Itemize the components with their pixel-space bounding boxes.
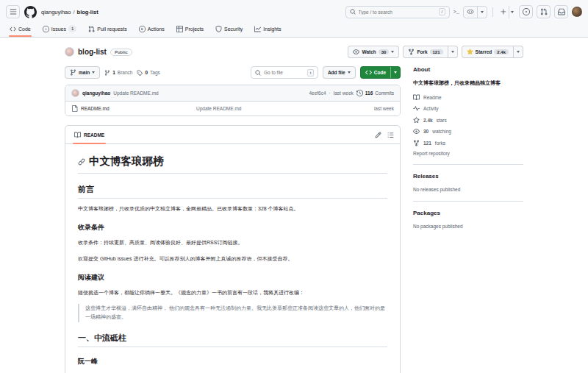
criteria-text: 收录条件：持续更新、高质量、阅读体验良好、最好提供RSS订阅链接。 xyxy=(78,238,387,247)
github-logo[interactable] xyxy=(24,6,37,18)
sidebar-forks-link[interactable]: 121 forks xyxy=(413,140,523,146)
watch-button[interactable]: Watch 30 xyxy=(348,46,399,58)
star-fill-icon xyxy=(467,49,473,55)
code-download-button[interactable]: Code xyxy=(360,66,401,79)
code-toolbar: main 1 Branch 0 Tags t xyxy=(65,65,401,85)
star-button[interactable]: Starred 2.4k xyxy=(462,46,523,58)
branches-count: 1 xyxy=(112,70,115,75)
command-palette-icon[interactable]: >_ xyxy=(453,9,459,15)
sidebar-readme-link[interactable]: Readme xyxy=(413,94,523,101)
repo-title[interactable]: blog-list xyxy=(78,48,107,56)
breadcrumb-repo[interactable]: blog-list xyxy=(77,9,98,15)
readme-tab[interactable]: README xyxy=(71,126,107,143)
repo-nav-tabs: Code Issues 1 Pull requests Actions Proj… xyxy=(6,20,582,37)
releases-heading: Releases xyxy=(413,173,523,180)
issue-opened-icon xyxy=(43,26,49,32)
commit-history-link[interactable]: 116 Commits xyxy=(356,90,394,96)
global-search-input[interactable]: / xyxy=(345,6,450,18)
git-pull-request-icon xyxy=(88,26,95,32)
commit-sha[interactable]: 4eef6c4 xyxy=(309,90,326,96)
tab-label: Security xyxy=(224,26,243,32)
header-divider xyxy=(492,7,493,17)
watching-count: 30 xyxy=(423,129,429,134)
file-commit-message[interactable]: Update README.md xyxy=(196,106,374,111)
repo-description: 中文博客琅琊榜，只收录精品独立博客 xyxy=(413,79,523,88)
add-file-button[interactable]: Add file xyxy=(323,66,356,79)
file-browser: qianguyihao Update README.md 4eef6c4 · l… xyxy=(65,85,401,116)
fork-count: 121 xyxy=(430,49,443,54)
forks-count: 121 xyxy=(423,141,431,146)
packages-empty-text: No packages published xyxy=(413,223,523,230)
sidebar-divider xyxy=(413,201,523,202)
preface-heading: 前言 xyxy=(78,184,387,199)
copilot-button[interactable] xyxy=(463,6,487,18)
create-new-button[interactable] xyxy=(498,6,515,18)
tab-security[interactable]: Security xyxy=(212,23,246,37)
sidebar-item-label: Activity xyxy=(423,106,439,111)
commit-message[interactable]: Update README.md xyxy=(113,90,158,96)
tag-icon xyxy=(137,70,143,76)
book-icon xyxy=(413,94,420,101)
tab-pull-requests[interactable]: Pull requests xyxy=(85,23,130,37)
breadcrumb-owner[interactable]: qianguyihao xyxy=(41,9,71,15)
code-dropdown[interactable] xyxy=(390,67,400,78)
tab-code[interactable]: Code xyxy=(6,23,35,37)
star-label: Starred xyxy=(476,49,492,54)
pencil-icon[interactable] xyxy=(375,132,381,138)
tab-label: Code xyxy=(18,26,31,32)
chevron-down-icon xyxy=(451,51,454,53)
t-key-hint: t xyxy=(307,69,314,77)
breadcrumb-separator: / xyxy=(73,9,74,15)
user-avatar[interactable] xyxy=(572,7,582,17)
commits-count-number: 116 xyxy=(365,90,373,96)
report-repository-link[interactable]: Report repository xyxy=(413,151,523,156)
file-name[interactable]: README.md xyxy=(81,106,110,111)
watch-count: 30 xyxy=(379,49,390,54)
your-pull-requests-button[interactable] xyxy=(537,5,551,18)
go-to-file-input[interactable]: t xyxy=(251,66,318,79)
book-icon xyxy=(74,132,81,138)
chevron-down-icon xyxy=(481,11,484,13)
inbox-button[interactable] xyxy=(554,5,568,18)
advice-text: 随便挑选一个博客，都能让你徜徉一整天。《观念的力量》一书的前言有一段话，我将其进… xyxy=(78,288,387,297)
chevron-down-icon xyxy=(394,71,397,74)
sidebar-item-label: stars xyxy=(437,118,447,123)
star-count: 2.4k xyxy=(494,49,509,54)
tab-actions[interactable]: Actions xyxy=(135,23,168,37)
watch-label: Watch xyxy=(362,49,376,54)
tags-link[interactable]: 0 Tags xyxy=(137,70,159,76)
branch-selector[interactable]: main xyxy=(65,66,100,79)
file-icon xyxy=(71,105,78,112)
commits-count-label: Commits xyxy=(375,90,394,96)
branches-link[interactable]: 1 Branch xyxy=(104,70,132,76)
sidebar-activity-link[interactable]: Activity xyxy=(413,105,523,112)
sidebar-stars-link[interactable]: 2.4k stars xyxy=(413,117,523,124)
file-row-readme[interactable]: README.md Update README.md last week xyxy=(65,102,400,116)
tab-issues[interactable]: Issues 1 xyxy=(39,22,81,37)
tab-insights[interactable]: Insights xyxy=(251,23,284,37)
your-issues-button[interactable] xyxy=(519,5,533,18)
preface-text: 中文博客琅琊榜，只收录优质的中文独立博客，全网最精品。已收录博客数量：328 个… xyxy=(78,205,387,213)
repo-header: blog-list Public Watch 30 Fork 121 Starr… xyxy=(65,38,523,65)
list-unordered-icon[interactable] xyxy=(387,132,394,138)
fork-button[interactable]: Fork 121 xyxy=(403,46,457,58)
sidebar-item-label: forks xyxy=(435,141,445,146)
go-to-file-field[interactable] xyxy=(264,70,302,75)
commit-author[interactable]: qianguyihao xyxy=(82,90,110,96)
star-dropdown[interactable] xyxy=(513,46,523,57)
tab-projects[interactable]: Projects xyxy=(173,23,207,37)
copilot-dropdown[interactable] xyxy=(477,7,487,18)
hamburger-menu-button[interactable] xyxy=(6,5,20,18)
app-header: qianguyihao / blog-list / >_ xyxy=(0,0,588,38)
readme-panel: README 中文博客琅琊榜 前言 中文博客琅琊榜，只收录优质的中文独立博客，全… xyxy=(65,125,401,373)
copilot-icon xyxy=(467,8,474,15)
sidebar-item-label: watching xyxy=(432,129,451,134)
sidebar-watching-link[interactable]: 30 watching xyxy=(413,128,523,135)
latest-commit-bar: qianguyihao Update README.md 4eef6c4 · l… xyxy=(65,85,400,102)
search-field[interactable] xyxy=(359,10,417,15)
repo-owner-avatar[interactable] xyxy=(65,47,74,57)
code-button-label: Code xyxy=(374,70,386,75)
link-icon[interactable] xyxy=(78,158,85,166)
fork-dropdown[interactable] xyxy=(448,46,457,57)
commit-author-avatar[interactable] xyxy=(71,89,79,97)
